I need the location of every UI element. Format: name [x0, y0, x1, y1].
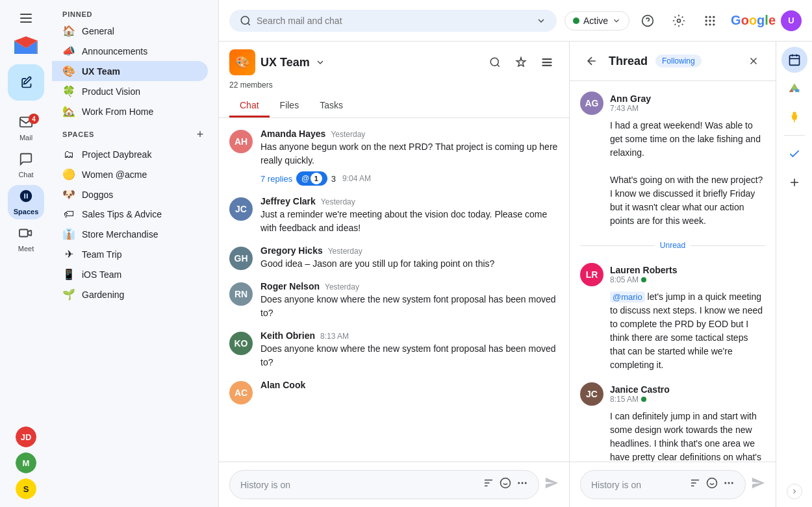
tab-files[interactable]: Files — [270, 95, 310, 117]
hamburger-button[interactable] — [13, 5, 39, 31]
online-indicator — [641, 397, 646, 402]
svg-rect-21 — [542, 65, 552, 66]
meet-icon — [19, 226, 33, 243]
sidebar-item-store-merchandise-label: Store Merchandise — [82, 229, 159, 240]
rail-item-mail[interactable]: 4 Mail — [8, 111, 44, 145]
add-space-button[interactable]: + — [192, 127, 208, 142]
avatar: RN — [229, 282, 253, 306]
search-input[interactable] — [257, 16, 531, 26]
gmail-logo — [14, 36, 38, 54]
apps-button[interactable] — [697, 8, 723, 34]
sidebar-item-product-vision[interactable]: 🍀 Product Vision — [52, 81, 208, 101]
sidebar-item-ux-team[interactable]: 🎨 UX Team — [52, 61, 208, 81]
tab-tasks[interactable]: Tasks — [309, 95, 353, 117]
right-bar-divider — [784, 135, 805, 136]
svg-point-15 — [705, 23, 707, 25]
search-chat-button[interactable] — [483, 51, 507, 74]
reply-link[interactable]: 7 replies — [260, 174, 292, 184]
active-status-badge[interactable]: Active — [565, 11, 629, 31]
drive-button[interactable] — [781, 75, 807, 101]
message-text: Has anyone begun work on the next PRD? T… — [260, 140, 559, 167]
chat-panel: 🎨 UX Team — [219, 42, 570, 507]
sidebar-item-project-daybreak[interactable]: 🗂 Project Daybreak — [52, 145, 208, 164]
avatar: LR — [580, 263, 603, 286]
svg-point-12 — [705, 19, 707, 21]
thread-msg-author: Janice Castro — [610, 384, 670, 395]
thread-msg-header: AG Ann Gray 7:43 AM — [580, 92, 765, 115]
expand-panel-button[interactable] — [787, 484, 802, 499]
format-text-icon-thread[interactable] — [689, 477, 701, 492]
sidebar-item-team-trip[interactable]: ✈ Team Trip — [52, 244, 208, 264]
unread-line-left — [580, 245, 655, 246]
help-button[interactable] — [635, 8, 661, 34]
general-icon: 🏠 — [62, 25, 75, 37]
emoji-icon-thread[interactable] — [706, 477, 718, 492]
svg-point-34 — [728, 482, 730, 484]
message-text: Does anyone know where the new system fo… — [260, 293, 559, 320]
sidebar-item-work-from-home[interactable]: 🏡 Work From Home — [52, 101, 208, 121]
svg-point-9 — [705, 16, 707, 18]
thread-msg-text: @mario let's jump in a quick meeting to … — [580, 290, 765, 372]
pin-button[interactable] — [509, 51, 533, 74]
svg-point-11 — [713, 16, 715, 18]
thread-msg-header: LR Lauren Roberts 8:05 AM — [580, 263, 765, 286]
svg-point-33 — [724, 482, 726, 484]
calendar-button[interactable] — [781, 47, 807, 73]
more-options-button[interactable] — [535, 51, 559, 74]
emoji-icon[interactable] — [500, 477, 511, 492]
sidebar-item-doggos[interactable]: 🐶 Doggos — [52, 184, 208, 204]
user-avatar-3[interactable]: S — [16, 478, 36, 499]
team-dropdown-icon[interactable] — [315, 57, 325, 68]
settings-button[interactable] — [666, 8, 692, 34]
store-merchandise-icon: 👔 — [62, 228, 75, 240]
reply-last-time: 9:04 AM — [342, 174, 371, 183]
svg-rect-19 — [542, 58, 552, 60]
rail-bottom: JD M S — [16, 427, 36, 507]
thread-msg-meta: Lauren Roberts 8:05 AM — [610, 265, 677, 284]
thread-input-box[interactable]: History is on — [580, 470, 746, 499]
chat-header: 🎨 UX Team — [219, 42, 569, 118]
avatar: JC — [229, 197, 253, 221]
user-avatar-2[interactable]: M — [16, 452, 36, 473]
chat-input-box[interactable]: History is on — [229, 470, 539, 499]
back-button[interactable] — [580, 49, 603, 73]
sidebar-item-ios-team[interactable]: 📱 iOS Team — [52, 264, 208, 284]
mention-badge[interactable]: @ 1 — [296, 171, 327, 186]
thread-msg-time: 7:43 AM — [610, 104, 651, 113]
sidebar-item-women-acme[interactable]: 🟡 Women @acme — [52, 164, 208, 184]
rail-item-meet[interactable]: Meet — [8, 222, 44, 256]
sales-tips-icon: 🏷 — [62, 208, 75, 220]
settings-icon — [672, 14, 685, 27]
google-logo: Google — [731, 13, 776, 28]
more-input-icon-thread[interactable] — [723, 477, 735, 492]
rail-item-chat[interactable]: Chat — [8, 148, 44, 182]
sidebar-item-sales-tips[interactable]: 🏷 Sales Tips & Advice — [52, 204, 208, 224]
send-button[interactable] — [544, 476, 559, 494]
user-avatar-1[interactable]: JD — [16, 427, 36, 447]
send-thread-button[interactable] — [751, 476, 765, 494]
message-text: Good idea – Jason are you still up for t… — [260, 257, 559, 271]
search-bar[interactable] — [229, 10, 557, 32]
rail-item-spaces[interactable]: Spaces — [8, 185, 44, 219]
close-thread-button[interactable] — [742, 49, 765, 73]
thread-msg-text: I had a great weekend! Was able to get s… — [580, 119, 765, 228]
ios-team-icon: 📱 — [62, 268, 75, 280]
format-text-icon[interactable] — [483, 477, 494, 492]
avatar: JC — [580, 382, 603, 406]
add-addon-button[interactable] — [781, 169, 807, 195]
tasks-panel-icon — [788, 147, 801, 160]
search-dropdown-icon[interactable] — [536, 16, 546, 26]
profile-avatar[interactable]: U — [781, 10, 802, 31]
compose-button[interactable] — [8, 64, 44, 101]
tab-chat[interactable]: Chat — [229, 95, 270, 117]
sidebar-item-gardening[interactable]: 🌱 Gardening — [52, 284, 208, 304]
tasks-panel-button[interactable] — [781, 141, 807, 167]
topbar: Active — [219, 0, 812, 42]
following-badge[interactable]: Following — [655, 55, 702, 68]
more-input-icon[interactable] — [516, 477, 528, 492]
sidebar-item-general[interactable]: 🏠 General — [52, 21, 208, 41]
sidebar-item-store-merchandise[interactable]: 👔 Store Merchandise — [52, 224, 208, 244]
message-author: Amanda Hayes — [260, 129, 325, 139]
keep-button[interactable] — [781, 104, 807, 130]
sidebar-item-announcements[interactable]: 📣 Announcements — [52, 41, 208, 61]
